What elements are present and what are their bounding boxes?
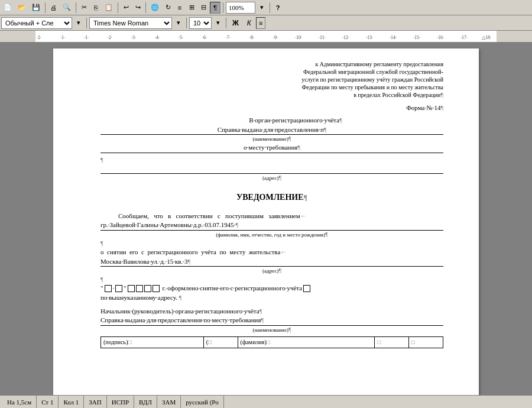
svg-text:·6·: ·6·	[202, 35, 207, 40]
web-button[interactable]: 🌐	[148, 2, 161, 14]
col-text: Кол 1	[63, 399, 79, 406]
undo-button[interactable]: ↩	[121, 2, 131, 14]
size-select[interactable]: 10	[189, 17, 212, 29]
zoom-dropdown[interactable]: ▾	[257, 2, 267, 14]
svg-text:·1·: ·1·	[60, 35, 65, 40]
document-page[interactable]: к Административному регламенту предостав…	[53, 48, 479, 395]
vdl-indicator: ВДЛ	[134, 396, 157, 408]
spell-text: ИСПР	[112, 399, 129, 406]
svg-text:·12·: ·12·	[342, 35, 349, 40]
insert-icon: ⊟	[201, 4, 206, 11]
redo-icon: ↪	[135, 4, 141, 11]
para-icon: ¶	[213, 4, 217, 11]
preview-icon: 🔍	[63, 4, 71, 11]
row-indicator: Ст 1	[37, 396, 59, 408]
svg-rect-2	[497, 31, 532, 43]
record-indicator: ЗАП	[84, 396, 106, 408]
size-dropdown[interactable]: ▾	[213, 17, 223, 29]
svg-text:·11·: ·11·	[319, 35, 326, 40]
undo-icon: ↩	[124, 4, 129, 11]
new-icon: 📄	[4, 4, 12, 11]
fio-label: (фамилия, имя, отчество, год и место рож…	[100, 231, 443, 239]
address-line	[100, 164, 443, 174]
header-text: к Административному регламенту предостав…	[100, 60, 443, 99]
open-button[interactable]: 📂	[15, 2, 28, 14]
web-icon: 🌐	[151, 4, 159, 11]
cert-line: Справка·выдана·для·предоставления·п¶	[100, 125, 443, 135]
reg-line: " · " г.·оформлено·снятие·его·с·регистра…	[100, 284, 443, 293]
svg-text:·2·: ·2·	[108, 35, 112, 40]
save-button[interactable]: 💾	[30, 2, 43, 14]
preview-button[interactable]: 🔍	[60, 2, 73, 14]
table-icon: ⊞	[189, 4, 194, 11]
vdl-text: ВДЛ	[139, 399, 152, 406]
official-line: Начальник·(руководитель)·органа·регистац…	[100, 307, 443, 316]
pilcrow3: ¶	[100, 275, 443, 284]
header-line4: Федерации по месту пребывания и по месту…	[100, 83, 443, 91]
table-row1: (подпись)□ (□ (фамилия)□ □ □	[101, 336, 443, 348]
sep-t2-1	[86, 18, 87, 28]
addr-label2: (адрес)¶	[100, 267, 443, 275]
help-icon: ?	[276, 4, 280, 11]
print-button[interactable]: 🖨	[48, 2, 59, 14]
refresh-icon: ↻	[166, 4, 171, 11]
paste-icon: 📋	[105, 4, 113, 11]
svg-text:·14·: ·14·	[390, 35, 397, 40]
separator1	[45, 2, 46, 13]
blank-col3: □	[409, 336, 443, 348]
to-reg-body: В·орган·регистрационного·учёта¶	[148, 116, 443, 125]
header-line2: Федеральной миграционной службой государ…	[100, 68, 443, 76]
svg-text:·1·: ·1·	[84, 35, 89, 40]
bullets-icon: ≡	[178, 4, 181, 11]
bold-button[interactable]: Ж	[229, 17, 242, 29]
header-line5: в пределах Российской Федерации¶	[100, 91, 443, 99]
format-button[interactable]: ≡	[256, 17, 265, 29]
record-text: ЗАП	[89, 399, 101, 406]
svg-text:·3·: ·3·	[131, 35, 136, 40]
pilcrow1: ¶	[100, 156, 443, 164]
style-dropdown[interactable]: ▾	[73, 17, 84, 29]
redo-button[interactable]: ↪	[132, 2, 143, 14]
statusbar: На 1,5см Ст 1 Кол 1 ЗАП ИСПР ВДЛ ЗАМ рус…	[0, 395, 532, 408]
body-para2: гр.·Зайцевой·Галины·Артемовны·д.р.·03.07…	[100, 221, 443, 230]
signature-table: (подпись)□ (□ (фамилия)□ □ □	[100, 336, 443, 348]
zoom-display: 100%	[226, 2, 255, 14]
doc-title: УВЕДОМЛЕНИЕ¶	[100, 192, 443, 203]
ruler: ·2· ·1· ·1· ·2· ·3· ·4· ·5· ·6· ·7· ·8· …	[0, 31, 532, 43]
position-indicator: На 1,5см	[2, 396, 37, 408]
paste-button[interactable]: 📋	[102, 2, 115, 14]
separator5	[223, 2, 223, 13]
italic-button[interactable]: К	[244, 17, 255, 29]
toolbar1: 📄 📂 💾 🖨 🔍 ✂ ⎘ 📋 ↩ ↪ 🌐 ↻ ≡ ⊞ ⊟ ¶ 100% ▾ ?	[0, 0, 532, 15]
svg-rect-0	[0, 31, 35, 43]
copy-icon: ⎘	[94, 4, 98, 11]
para-button[interactable]: ¶	[210, 2, 220, 14]
header-line1: к Административному регламенту предостав…	[100, 60, 443, 68]
cert-line2: Справка·выдана·для·предоставления·по·мес…	[100, 316, 443, 325]
new-button[interactable]: 📄	[1, 2, 14, 14]
ruler-content: ·2· ·1· ·1· ·2· ·3· ·4· ·5· ·6· ·7· ·8· …	[0, 31, 532, 42]
blank-col2: □	[375, 336, 409, 348]
form-number: Форма·№·14¶	[100, 103, 443, 112]
cut-icon: ✂	[82, 4, 87, 11]
font-select[interactable]: Times New Roman	[89, 17, 172, 29]
style-select[interactable]: Обычный + Сле	[1, 17, 72, 29]
refresh-button[interactable]: ↻	[163, 2, 173, 14]
svg-text:·7·: ·7·	[226, 35, 231, 40]
svg-text:·4·: ·4·	[155, 35, 160, 40]
copy-button[interactable]: ⎘	[90, 2, 101, 14]
font-dropdown[interactable]: ▾	[173, 17, 184, 29]
svg-text:·10·: ·10·	[295, 35, 302, 40]
svg-text:△18·: △18·	[482, 35, 491, 40]
insert-button[interactable]: ⊟	[198, 2, 209, 14]
bullets-button[interactable]: ≡	[174, 2, 185, 14]
table-button[interactable]: ⊞	[186, 2, 197, 14]
family-col: (фамилия)□	[238, 336, 375, 348]
main-area[interactable]: к Административному регламенту предостав…	[0, 43, 532, 395]
open-icon: 📂	[18, 4, 26, 11]
sep-t2-2	[186, 18, 187, 28]
separator4	[145, 2, 146, 13]
help-button[interactable]: ?	[273, 2, 283, 14]
toolbar2: Обычный + Сле ▾ Times New Roman ▾ 10 ▾ Ж…	[0, 15, 532, 31]
cut-button[interactable]: ✂	[79, 2, 89, 14]
